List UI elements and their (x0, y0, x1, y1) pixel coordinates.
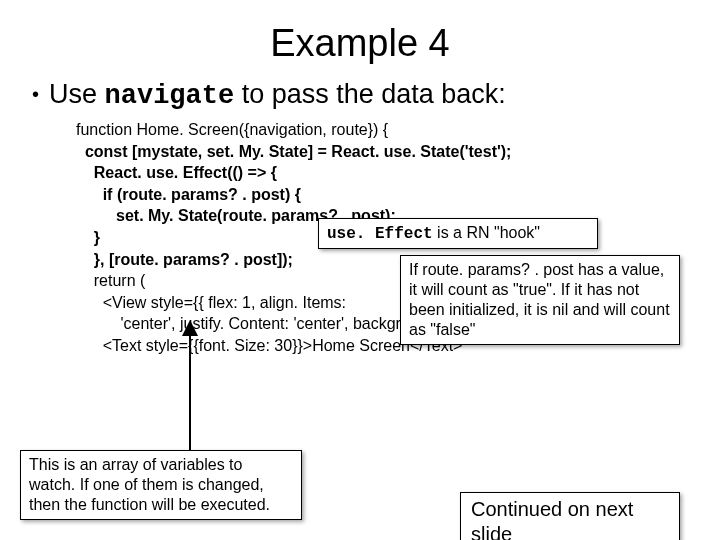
code-line-4: React. use. Effect(() => { (76, 162, 720, 184)
callout-hook-text: is a RN "hook" (433, 224, 540, 241)
callout-route: If route. params? . post has a value, it… (400, 255, 680, 345)
bullet-dot: • (32, 83, 39, 106)
bullet-line: • Use navigate to pass the data back: (0, 79, 720, 111)
callout-hook: use. Effect is a RN "hook" (318, 218, 598, 249)
callout-watch: This is an array of variables to watch. … (20, 450, 302, 520)
slide-title: Example 4 (0, 0, 720, 79)
callout-hook-code: use. Effect (327, 225, 433, 243)
code-line-1: function Home. Screen({navigation, route… (76, 119, 720, 141)
arrow-up-icon (176, 320, 204, 452)
bullet-pre: Use (49, 79, 105, 109)
code-line-5: if (route. params? . post) { (76, 184, 720, 206)
bullet-code: navigate (105, 81, 235, 111)
svg-marker-1 (182, 320, 198, 336)
callout-continue: Continued on next slide (460, 492, 680, 540)
code-line-2: const [mystate, set. My. State] = React.… (76, 141, 720, 163)
bullet-post: to pass the data back: (234, 79, 506, 109)
